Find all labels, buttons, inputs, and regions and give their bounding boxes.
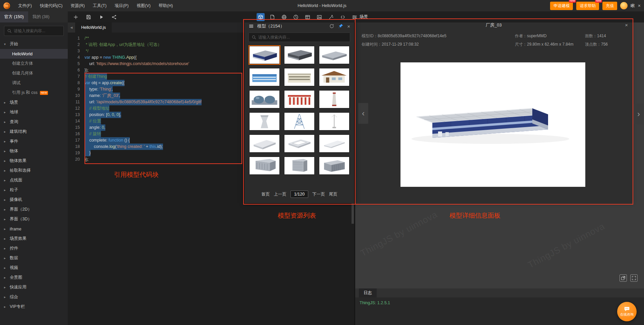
page-next[interactable]: 下一页: [312, 192, 325, 197]
menu-view[interactable]: 视图(V): [132, 0, 155, 11]
tree-item-create-cube[interactable]: 创建立方体: [0, 59, 68, 68]
tree-item-building-structure[interactable]: ▸建筑结构: [0, 127, 68, 137]
close-icon[interactable]: ×: [347, 24, 350, 29]
model-thumbnail-white-slab[interactable]: [249, 134, 280, 153]
tree-item-particle[interactable]: ▸粒子: [0, 185, 68, 195]
apply-modeling-button[interactable]: 申请建模new: [550, 2, 573, 10]
tree-item-quick-app[interactable]: ▸快速应用: [0, 282, 68, 292]
model-thumbnail-white-pole[interactable]: [319, 112, 350, 130]
model-search-input[interactable]: [258, 35, 347, 40]
tab-mine[interactable]: 我的 (38): [28, 11, 54, 22]
share-icon[interactable]: [111, 14, 117, 20]
user-avatar[interactable]: [620, 2, 628, 9]
pin-icon[interactable]: [338, 23, 343, 29]
model-thumbnail-gray-building-b[interactable]: [284, 157, 315, 175]
model-thumbnail-cooling-tower[interactable]: [249, 112, 280, 130]
tree-item-iframe[interactable]: ▸iframe: [0, 224, 68, 234]
model-thumbnail-brown-roof-house[interactable]: [319, 68, 350, 86]
tree-item-video[interactable]: ▸视频: [0, 263, 68, 273]
tree-item-vip[interactable]: ▸VIP专栏: [0, 302, 68, 312]
tree-item-data[interactable]: ▸数据: [0, 253, 68, 263]
tree-item-ui-2d[interactable]: ▸界面（2D）: [0, 205, 68, 214]
tree-item-point-line-face[interactable]: ▸点线面: [0, 175, 68, 185]
tree-item-label: 点线面: [10, 177, 22, 183]
tree-item-comprehensive[interactable]: ▸综合: [0, 292, 68, 302]
tree-item-scene[interactable]: ▸场景: [0, 98, 68, 107]
tab-official[interactable]: 官方 (150): [0, 11, 28, 22]
model-thumbnail-dome-plant[interactable]: [249, 90, 280, 108]
tree-item-start[interactable]: ▾开始: [0, 39, 68, 49]
log-tab[interactable]: 日志: [359, 288, 377, 297]
model-thumbnail-gray-slab[interactable]: [319, 46, 350, 64]
image-icon[interactable]: [315, 13, 323, 21]
editor-tab[interactable]: HelloWorld.js: [75, 22, 112, 33]
script-icon[interactable]: [339, 13, 347, 21]
model-thumbnail-cream-office[interactable]: [284, 68, 315, 86]
fullscreen-icon[interactable]: [630, 274, 638, 282]
tree-item-object[interactable]: ▸物体: [0, 146, 68, 156]
tree-item-query[interactable]: ▸查询: [0, 117, 68, 127]
tree-item-label: 创建几何体: [12, 70, 33, 76]
close-icon[interactable]: ×: [638, 3, 641, 8]
tree-item-label: 物体效果: [10, 158, 26, 164]
open-window-icon[interactable]: [620, 274, 627, 282]
thingjs-logo-icon[interactable]: [3, 2, 10, 9]
model-thumbnail-gray-building-a[interactable]: [249, 157, 280, 175]
model-thumbnail-blue-warehouse[interactable]: [249, 46, 280, 64]
tree-item-widget[interactable]: ▸控件: [0, 243, 68, 253]
tab-scroll-left-icon[interactable]: ◀: [68, 22, 75, 33]
tree-item-label: 综合: [10, 294, 18, 300]
settings-icon[interactable]: [351, 13, 359, 21]
page-first[interactable]: 首页: [261, 192, 270, 197]
new-file-icon[interactable]: [73, 14, 78, 20]
menu-snippets[interactable]: 快捷代码(C): [36, 0, 66, 11]
model-thumbnail-white-frame[interactable]: [284, 134, 315, 153]
menu-help[interactable]: 帮助(H): [155, 0, 177, 11]
tree-item-debug[interactable]: 调试: [0, 78, 68, 88]
effect-icon[interactable]: [327, 13, 335, 21]
request-help-button[interactable]: 请求帮助new: [576, 2, 599, 10]
next-model-icon[interactable]: ›: [634, 104, 644, 124]
history-icon[interactable]: [292, 13, 300, 21]
tree-item-pick-select[interactable]: ▸拾取和选择: [0, 166, 68, 175]
page-prev[interactable]: 上一页: [274, 192, 286, 197]
scene-tab[interactable]: 场景: [360, 11, 368, 22]
refresh-icon[interactable]: [329, 23, 334, 29]
prev-model-icon[interactable]: ‹: [358, 103, 368, 124]
model-thumbnail-gray-building-c[interactable]: [319, 157, 350, 175]
tree-item-earth[interactable]: ▸地球: [0, 107, 68, 117]
menu-tools[interactable]: 工具(T): [89, 0, 111, 11]
menu-project[interactable]: 项目(P): [111, 0, 133, 11]
blueprint-icon[interactable]: [268, 13, 276, 21]
tree-item-create-geometry[interactable]: 创建几何体: [0, 68, 68, 78]
model-thumbnail-blue-long-building[interactable]: [249, 68, 280, 86]
menu-resources[interactable]: 资源(R): [66, 0, 89, 11]
model-thumbnail-white-plate[interactable]: [319, 134, 350, 153]
menu-file[interactable]: 文件(F): [14, 0, 36, 11]
menu-icon[interactable]: [249, 23, 254, 29]
chevron-right-icon: ▸: [4, 178, 7, 182]
recharge-button[interactable]: 充值: [602, 2, 617, 10]
tree-item-event[interactable]: ▸事件: [0, 137, 68, 146]
earth-icon[interactable]: [280, 13, 288, 21]
tree-item-import-js-css[interactable]: 引用 js 和 cssNEW: [0, 88, 68, 98]
tree-item-object-effect[interactable]: ▸物体效果: [0, 156, 68, 166]
tree-item-helloworld[interactable]: HelloWorld: [0, 49, 68, 59]
models-icon[interactable]: [257, 13, 265, 21]
tree-item-scene-effect[interactable]: ▸场景效果: [0, 234, 68, 243]
tree-item-camera[interactable]: ▸摄像机: [0, 195, 68, 205]
tree-item-panorama[interactable]: ▸全景图: [0, 273, 68, 282]
table-icon[interactable]: [304, 13, 312, 21]
model-thumbnail-lattice-tower[interactable]: [284, 112, 315, 130]
save-icon[interactable]: [86, 14, 91, 20]
model-thumbnail-gray-flat-building[interactable]: [284, 46, 315, 64]
run-icon[interactable]: [99, 14, 104, 20]
model-info: 模型ID：8c08805d539a4f0c927c748068ef14e5作者：…: [356, 31, 632, 47]
tree-item-ui-3d[interactable]: ▸界面（3D）: [0, 214, 68, 224]
model-thumbnail-red-striped-building[interactable]: [284, 90, 315, 108]
close-icon[interactable]: ×: [625, 22, 628, 28]
model-thumbnail-chimney[interactable]: [319, 90, 350, 108]
online-support-button[interactable]: 在线咨询: [617, 302, 637, 321]
sidebar-search-input[interactable]: [14, 29, 61, 33]
page-last[interactable]: 尾页: [329, 192, 337, 197]
